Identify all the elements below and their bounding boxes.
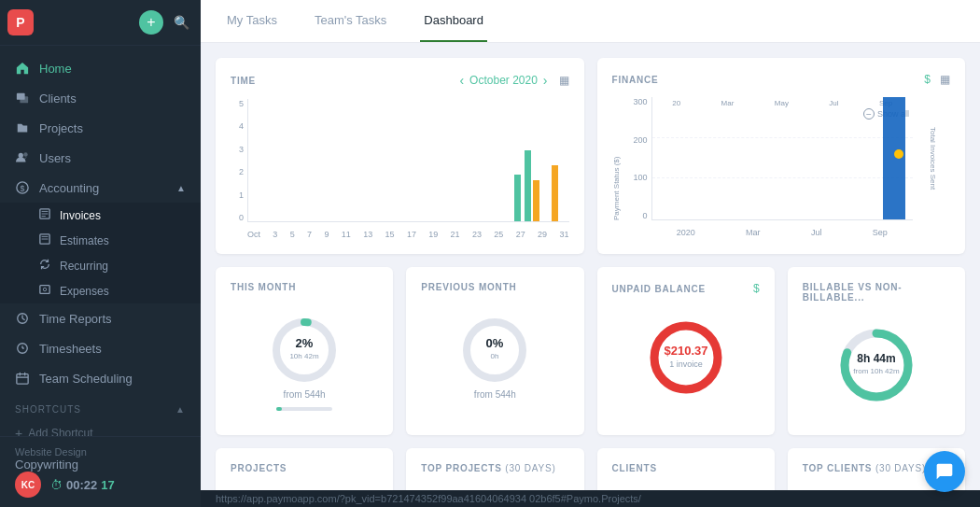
finance-y-values: 3002001000 — [625, 97, 648, 220]
sidebar-item-time-reports[interactable]: Time Reports — [0, 303, 201, 333]
project-label: Website Design — [15, 446, 186, 458]
finance-bar-sep — [883, 97, 905, 219]
estimates-icon — [39, 233, 50, 247]
tab-my-tasks[interactable]: My Tasks — [223, 0, 281, 42]
time-period: October 2020 — [469, 74, 538, 87]
time-next-icon[interactable]: › — [543, 73, 548, 88]
finance-dollar-icon[interactable]: $ — [924, 73, 931, 86]
time-card: TIME ‹ October 2020 › ▦ 543210 — [216, 58, 584, 254]
svg-point-25 — [276, 322, 332, 378]
avatar[interactable]: KC — [15, 472, 41, 498]
time-card-title: TIME — [231, 76, 256, 86]
time-chart-area — [247, 99, 569, 222]
timer-display: 00:22 — [66, 478, 97, 492]
svg-rect-21 — [17, 374, 28, 385]
this-month-card: THIS MONTH 2% 10h 42m from 544h — [216, 267, 393, 435]
status-url: https://app.paymoapp.com/?pk_vid=b721474… — [216, 493, 641, 504]
unpaid-balance-card: UNPAID BALANCE $ $210.37 1 invoice — [597, 267, 775, 435]
top-projects-title: TOP PROJECTS (30 DAYS) — [421, 463, 555, 473]
svg-point-29 — [467, 322, 523, 378]
svg-text:$: $ — [20, 184, 24, 193]
sidebar-item-projects[interactable]: Projects — [0, 113, 201, 143]
bar-orange-29 — [533, 180, 539, 221]
svg-point-32 — [654, 326, 718, 389]
home-icon — [15, 61, 30, 76]
previous-month-card: PREVIOUS MONTH 0% 0h from 544h — [406, 267, 583, 435]
time-y-axis: 543210 — [231, 99, 244, 222]
dashboard: TIME ‹ October 2020 › ▦ 543210 — [201, 43, 980, 490]
sidebar-item-timesheets[interactable]: Timesheets — [0, 333, 201, 363]
timer-seconds: 17 — [101, 478, 114, 492]
projects-card: PROJECTS 3 — [216, 448, 393, 490]
sidebar-item-clients[interactable]: Clients — [0, 83, 201, 113]
team-scheduling-icon — [15, 371, 30, 386]
svg-text:from 10h 42m: from 10h 42m — [853, 367, 900, 375]
chat-bubble-button[interactable] — [924, 451, 965, 492]
sidebar-item-recurring[interactable]: Recurring — [0, 253, 201, 278]
main-content: My Tasks Team's Tasks Dashboard TIME ‹ O… — [201, 0, 980, 507]
time-copy-icon[interactable]: ▦ — [559, 74, 569, 87]
finance-card: FINANCE $ ▦ Payment Status ($) 300200100… — [597, 58, 966, 254]
sidebar-item-users[interactable]: Users — [0, 143, 201, 173]
top-navigation: My Tasks Team's Tasks Dashboard — [201, 0, 980, 43]
svg-text:$210.37: $210.37 — [664, 344, 707, 358]
bar-group-31 — [552, 165, 558, 221]
bar-green-27 — [514, 175, 521, 221]
billable-title: BILLABLE VS NON-BILLABLE... — [803, 282, 950, 303]
svg-point-14 — [43, 288, 46, 290]
unpaid-dollar-icon[interactable]: $ — [753, 282, 760, 295]
sidebar-item-estimates[interactable]: Estimates — [0, 228, 201, 253]
finance-y-label: Payment Status ($) — [612, 106, 623, 220]
time-reports-icon — [15, 311, 30, 326]
accounting-icon: $ — [15, 180, 30, 195]
svg-rect-13 — [40, 286, 49, 294]
tab-dashboard[interactable]: Dashboard — [420, 0, 487, 42]
sidebar-footer: Website Design Copywriting KC ⏱ 00:22 17 — [0, 436, 201, 507]
top-clients-title: TOP CLIENTS (30 DAYS) — [803, 463, 926, 473]
add-button[interactable]: + — [139, 10, 163, 35]
sidebar: P + 🔍 Home Clients Projects — [0, 0, 201, 507]
finance-top-labels: 20MarMayJulSep — [652, 99, 914, 107]
finance-dot — [894, 149, 903, 159]
billable-card: BILLABLE VS NON-BILLABLE... 8h 44m from … — [788, 267, 965, 435]
recurring-icon — [39, 259, 50, 273]
svg-text:0h: 0h — [491, 352, 499, 360]
timer-clock-icon: ⏱ — [50, 478, 63, 492]
svg-text:8h 44m: 8h 44m — [857, 352, 895, 365]
sidebar-item-team-scheduling[interactable]: Team Scheduling — [0, 363, 201, 393]
status-bar: https://app.paymoapp.com/?pk_vid=b721474… — [201, 490, 980, 507]
tab-teams-tasks[interactable]: Team's Tasks — [311, 0, 390, 42]
shortcuts-collapse-icon[interactable]: ▲ — [175, 404, 186, 415]
previous-month-title: PREVIOUS MONTH — [421, 282, 568, 292]
previous-month-from: from 544h — [474, 389, 516, 400]
sidebar-item-accounting[interactable]: $ Accounting ▲ — [0, 173, 201, 203]
finance-card-title: FINANCE — [612, 75, 659, 85]
svg-point-3 — [23, 152, 27, 156]
finance-copy-icon[interactable]: ▦ — [940, 73, 950, 86]
project-name: Copywriting — [15, 458, 186, 472]
finance-x-label: Total Invoices Sent — [915, 97, 950, 220]
bar-group-29 — [525, 150, 539, 221]
show-all-icon: − — [863, 108, 875, 120]
unpaid-balance-title: UNPAID BALANCE — [612, 284, 706, 294]
sidebar-nav: Home Clients Projects Users $ — [0, 46, 201, 436]
time-prev-icon[interactable]: ‹ — [459, 73, 464, 88]
search-button[interactable]: 🔍 — [169, 10, 193, 35]
timesheets-icon — [15, 341, 30, 356]
unpaid-donut: $210.37 1 invoice — [612, 306, 760, 409]
svg-text:10h 42m: 10h 42m — [290, 352, 319, 360]
svg-text:0%: 0% — [486, 336, 504, 350]
this-month-from: from 544h — [284, 389, 326, 400]
finance-bars: 20MarMayJulSep − Show all — [651, 97, 914, 220]
accounting-expand-icon: ▲ — [176, 183, 186, 193]
sidebar-item-invoices[interactable]: Invoices — [0, 203, 201, 228]
sidebar-item-home[interactable]: Home — [0, 53, 201, 83]
this-month-donut: 2% 10h 42m from 544h — [231, 303, 378, 420]
previous-month-donut: 0% 0h from 544h — [421, 303, 568, 409]
add-shortcut-button[interactable]: + Add Shortcut — [0, 420, 201, 436]
bar-group-27 — [514, 175, 521, 221]
svg-line-17 — [22, 318, 25, 320]
this-month-bar — [276, 407, 332, 411]
sidebar-item-expenses[interactable]: Expenses — [0, 278, 201, 303]
finance-chart-area: Payment Status ($) 3002001000 20MarMayJu… — [612, 97, 951, 237]
